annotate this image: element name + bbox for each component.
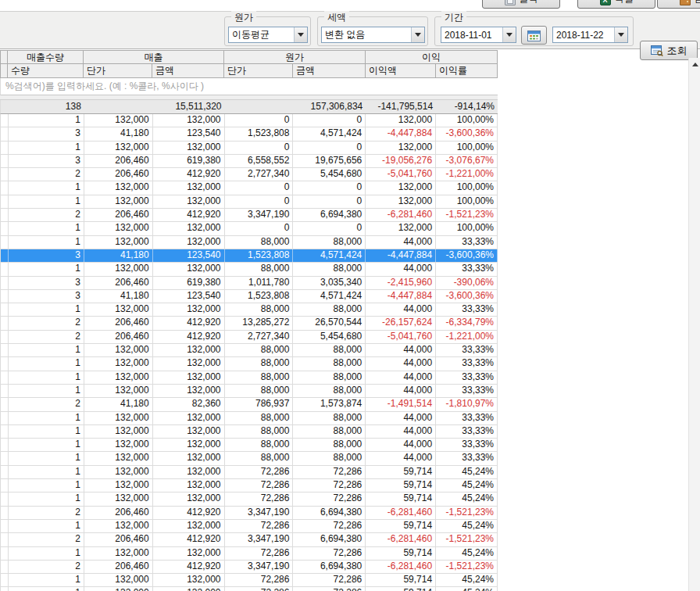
table-row[interactable]: 2206,460412,92013,285,27226,570,544-26,1… — [0, 317, 498, 330]
sub-header-profit-amount[interactable]: 이익액 — [366, 64, 436, 78]
cell: 72,286 — [225, 479, 294, 492]
header-profit-group[interactable]: 이익 — [366, 50, 498, 64]
table-row[interactable]: 2206,460412,9203,347,1906,694,380-6,281,… — [0, 507, 498, 520]
grid-sub-header-row: 수량 단가 금액 단가 금액 이익액 이익률 — [0, 64, 498, 78]
table-row[interactable]: 1132,000132,00072,28672,28659,71445,24% — [0, 547, 498, 561]
table-row[interactable]: 1132,000132,00088,00088,00044,00033,33% — [0, 412, 498, 425]
cell: 1,523,808 — [225, 249, 294, 262]
table-row[interactable]: 341,180123,5401,523,8084,571,424-4,447,8… — [0, 127, 498, 141]
sub-header-profit-rate[interactable]: 이익률 — [436, 64, 498, 78]
table-row[interactable]: 341,180123,5401,523,8084,571,424-4,447,8… — [0, 290, 498, 303]
table-row[interactable]: 2206,460412,9202,727,3405,454,680-5,041,… — [0, 168, 498, 181]
table-row[interactable]: 3206,460619,3806,558,55219,675,656-19,05… — [0, 155, 498, 168]
row-indicator-cell — [1, 277, 9, 289]
chevron-down-icon[interactable] — [614, 27, 627, 42]
cell: 59,714 — [366, 520, 436, 532]
cell: 100,00% — [436, 141, 498, 154]
excel-button[interactable]: X 엑셀 — [577, 0, 655, 9]
end-date-select[interactable]: 2018-11-22 — [552, 27, 628, 43]
cell: 2 — [9, 209, 84, 221]
cell: 0 — [225, 114, 294, 127]
scroll-up-arrow-icon[interactable] — [689, 58, 700, 71]
cell: 88,000 — [293, 344, 366, 356]
table-row[interactable]: 341,180123,5401,523,8084,571,424-4,447,8… — [0, 249, 498, 263]
table-row[interactable]: 1132,000132,00072,28672,28659,71445,24% — [0, 492, 498, 506]
cell: 88,000 — [293, 439, 366, 451]
table-row[interactable]: 2206,460412,9203,347,1906,694,380-6,281,… — [0, 561, 498, 574]
table-row[interactable]: 1132,000132,00088,00088,00044,00033,33% — [0, 385, 498, 398]
start-date-select[interactable]: 2018-11-01 — [441, 27, 516, 43]
cell: 132,000 — [84, 452, 153, 464]
chevron-down-icon[interactable] — [294, 27, 307, 42]
table-row[interactable]: 1132,000132,00000132,000100,00% — [0, 114, 498, 127]
cell: 72,286 — [225, 466, 294, 478]
cost-method-select[interactable]: 이동평균 — [228, 27, 308, 43]
table-row[interactable]: 1132,000132,00088,00088,00044,00033,33% — [0, 236, 498, 249]
cost-method-value: 이동평균 — [229, 28, 294, 41]
summary-qty: 138 — [9, 100, 84, 113]
header-sales-group[interactable]: 매출 — [84, 50, 224, 64]
table-row[interactable]: 1132,000132,00088,00088,00044,00033,33% — [0, 371, 498, 385]
table-row[interactable]: 2206,460412,9202,727,3405,454,680-5,041,… — [0, 331, 498, 344]
table-row[interactable]: 1132,000132,00072,28672,28659,71445,24% — [0, 466, 498, 479]
cell: -6,281,460 — [366, 561, 436, 573]
cell: 6,694,380 — [293, 561, 366, 573]
table-row[interactable]: 2206,460412,9203,347,1906,694,380-6,281,… — [0, 533, 498, 546]
cell: 72,286 — [225, 492, 294, 505]
table-row[interactable]: 1132,000132,00088,00088,00044,00033,33% — [0, 357, 498, 371]
cell: 0 — [293, 181, 366, 194]
table-row[interactable]: 1132,000132,00000132,000100,00% — [0, 181, 498, 195]
tax-mode-select[interactable]: 변환 없음 — [321, 27, 425, 43]
table-row[interactable]: 1132,000132,00072,28672,28659,71445,24% — [0, 574, 498, 587]
row-indicator-cell — [1, 520, 9, 532]
cell: 44,000 — [366, 385, 436, 397]
table-row[interactable]: 1132,000132,00000132,000100,00% — [0, 141, 498, 155]
table-row[interactable]: 241,18082,360786,9371,573,874-1,491,514-… — [0, 398, 498, 411]
cell: 72,286 — [225, 520, 294, 532]
table-row[interactable]: 1132,000132,00000132,000100,00% — [0, 222, 498, 235]
header-cost-group[interactable]: 원가 — [224, 50, 366, 64]
row-indicator-cell — [1, 398, 9, 410]
cell: 41,180 — [84, 398, 153, 410]
sub-header-sales-unit-price[interactable]: 단가 — [84, 64, 152, 78]
vertical-scrollbar[interactable] — [688, 58, 700, 591]
table-row[interactable]: 1132,000132,00088,00088,00044,00033,33% — [0, 452, 498, 465]
cell: -1,491,514 — [366, 398, 436, 410]
table-row[interactable]: 1132,000132,00088,00088,00044,00033,33% — [0, 344, 498, 357]
table-row[interactable]: 3206,460619,3801,011,7803,035,340-2,415,… — [0, 277, 498, 290]
cell: 132,000 — [153, 141, 225, 154]
table-row[interactable]: 1132,000132,00088,00088,00044,00033,33% — [0, 439, 498, 452]
table-row[interactable]: 2206,460412,9203,347,1906,694,380-6,281,… — [0, 209, 498, 222]
cell: 88,000 — [293, 263, 366, 275]
cell: -4,447,884 — [366, 127, 436, 140]
calendar-button[interactable] — [521, 26, 547, 45]
cell: 88,000 — [225, 236, 294, 249]
row-indicator-cell — [1, 533, 9, 546]
table-row[interactable]: 1132,000132,00088,00088,00044,00033,33% — [0, 425, 498, 439]
cell: 44,000 — [366, 412, 436, 424]
row-indicator-cell — [1, 263, 9, 275]
cell: 1 — [9, 466, 84, 478]
table-row[interactable]: 1132,000132,00072,28672,28659,71445,24% — [0, 479, 498, 492]
table-row[interactable]: 1132,000132,00072,28672,28659,71445,24% — [0, 587, 498, 591]
table-row[interactable]: 1132,000132,00088,00088,00044,00033,33% — [0, 263, 498, 276]
grid-filter-input-row[interactable]: %검색어)를 입력하세요. (예 : %콜라, %사이다 ) — [0, 78, 498, 95]
table-row[interactable]: 1132,000132,00000132,000100,00% — [0, 195, 498, 209]
summary-sales-amount: 15,511,320 — [153, 100, 225, 113]
sub-header-sales-amount[interactable]: 금액 — [152, 64, 224, 78]
table-row[interactable]: 1132,000132,00072,28672,28659,71445,24% — [0, 520, 498, 533]
header-sales-qty-group[interactable]: 매출수량 — [8, 50, 84, 64]
cell: -1,221,00% — [436, 331, 498, 343]
cell: 1 — [9, 222, 84, 235]
sub-header-cost-unit-price[interactable]: 단가 — [224, 64, 293, 78]
cell: -1,521,23% — [436, 533, 498, 546]
close-button[interactable]: 닫기 — [657, 0, 700, 9]
print-button[interactable]: 출력 — [482, 0, 560, 9]
row-indicator-cell — [1, 141, 9, 154]
table-row[interactable]: 1132,000132,00088,00088,00044,00033,33% — [0, 303, 498, 317]
sub-header-cost-amount[interactable]: 금액 — [293, 64, 366, 78]
sub-header-qty[interactable]: 수량 — [8, 64, 84, 78]
chevron-down-icon[interactable] — [411, 27, 424, 42]
cell: 72,286 — [225, 547, 294, 560]
chevron-down-icon[interactable] — [502, 27, 516, 42]
